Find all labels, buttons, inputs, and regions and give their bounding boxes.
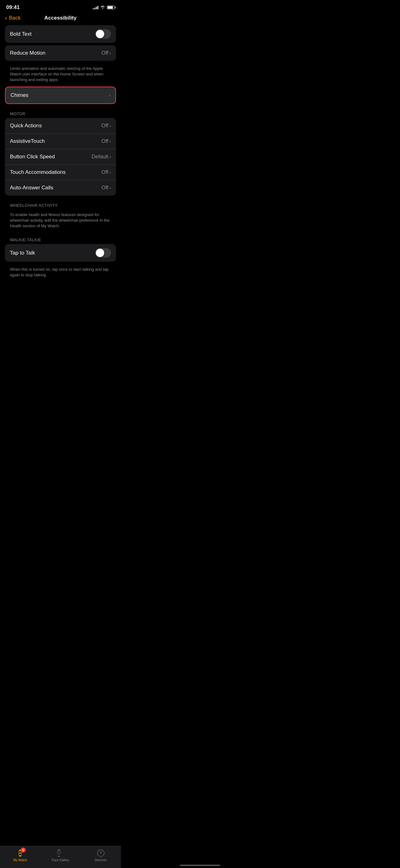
quick-actions-value-group: Off › (101, 123, 111, 129)
reduce-motion-row[interactable]: Reduce Motion Off › (5, 45, 116, 61)
touch-accommodations-value: Off (101, 169, 108, 176)
tap-to-talk-row[interactable]: Tap to Talk (5, 244, 116, 262)
reduce-motion-chevron-icon: › (109, 51, 111, 56)
auto-answer-calls-value: Off (101, 185, 108, 191)
quick-actions-label: Quick Actions (10, 123, 42, 129)
assistive-touch-row[interactable]: AssistiveTouch Off › (5, 133, 116, 149)
back-label: Back (9, 15, 21, 21)
content-area: Bold Text Reduce Motion Off › Limits ani… (0, 25, 121, 313)
reduce-motion-label: Reduce Motion (10, 50, 45, 56)
nav-bar: ‹ Back Accessibility (0, 13, 121, 25)
reduce-motion-description: Limits animation and automatic resizing … (5, 63, 116, 87)
auto-answer-calls-row[interactable]: Auto-Answer Calls Off › (5, 180, 116, 195)
assistive-touch-value-group: Off › (101, 138, 111, 144)
motor-section-header: MOTOR (5, 106, 116, 118)
chimes-row[interactable]: Chimes › (6, 87, 115, 103)
button-click-speed-value-group: Default › (92, 154, 111, 160)
walkie-talkie-section-header: WALKIE-TALKIE (5, 232, 116, 244)
button-click-speed-label: Button Click Speed (10, 154, 55, 160)
quick-actions-value: Off (101, 123, 108, 129)
reduce-motion-value-group: Off › (101, 50, 111, 56)
touch-accommodations-value-group: Off › (101, 169, 111, 176)
back-chevron-icon: ‹ (5, 14, 7, 22)
tap-to-talk-description: When this is turned on, tap once to star… (5, 264, 116, 282)
wheelchair-description: To enable health and fitness features de… (5, 210, 116, 233)
tap-to-talk-card: Tap to Talk (5, 244, 116, 262)
back-button[interactable]: ‹ Back (5, 14, 21, 22)
wifi-icon (100, 5, 105, 10)
status-bar: 09:41 (0, 0, 121, 13)
auto-answer-calls-label: Auto-Answer Calls (10, 185, 53, 191)
bold-text-toggle-knob (96, 30, 104, 38)
status-icons (93, 5, 115, 10)
bold-text-card: Bold Text (5, 25, 116, 43)
reduce-motion-card: Reduce Motion Off › (5, 45, 116, 61)
quick-actions-chevron-icon: › (109, 123, 111, 128)
chimes-card[interactable]: Chimes › (5, 87, 116, 104)
wheelchair-section-header: WHEELCHAIR ACTIVITY (5, 198, 116, 210)
tap-to-talk-label: Tap to Talk (10, 250, 35, 256)
page-title: Accessibility (44, 15, 76, 21)
signal-icon (93, 6, 98, 9)
assistive-touch-label: AssistiveTouch (10, 138, 45, 144)
tap-to-talk-toggle[interactable] (95, 248, 111, 258)
tap-to-talk-toggle-knob (96, 249, 104, 257)
bold-text-label: Bold Text (10, 31, 32, 37)
reduce-motion-value: Off (101, 50, 108, 56)
bold-text-row[interactable]: Bold Text (5, 25, 116, 43)
battery-icon (107, 6, 115, 9)
chimes-label: Chimes (10, 92, 29, 98)
auto-answer-calls-chevron-icon: › (109, 185, 111, 190)
quick-actions-row[interactable]: Quick Actions Off › (5, 118, 116, 133)
bold-text-toggle[interactable] (95, 29, 111, 39)
button-click-speed-chevron-icon: › (109, 154, 111, 159)
touch-accommodations-row[interactable]: Touch Accommodations Off › (5, 164, 116, 180)
chimes-chevron-icon: › (109, 93, 110, 98)
status-time: 09:41 (6, 4, 20, 10)
assistive-touch-chevron-icon: › (109, 139, 111, 144)
touch-accommodations-label: Touch Accommodations (10, 169, 66, 176)
button-click-speed-value: Default (92, 154, 108, 160)
motor-card: Quick Actions Off › AssistiveTouch Off ›… (5, 118, 116, 195)
assistive-touch-value: Off (101, 138, 108, 144)
touch-accommodations-chevron-icon: › (109, 170, 111, 175)
button-click-speed-row[interactable]: Button Click Speed Default › (5, 149, 116, 164)
auto-answer-calls-value-group: Off › (101, 185, 111, 191)
